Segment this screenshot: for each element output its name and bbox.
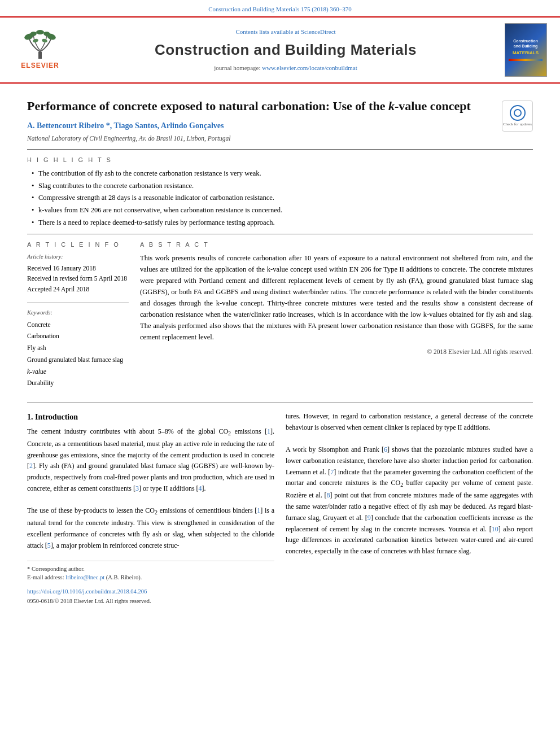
journal-header: ELSEVIER Contents lists available at Sci… xyxy=(0,16,560,84)
highlight-item: Slag contributes to the concrete carbona… xyxy=(32,181,533,191)
received-revised-date: Received in revised form 5 April 2018 xyxy=(27,273,129,283)
email-person: (A.B. Ribeiro). xyxy=(106,574,142,580)
keywords-label: Keywords: xyxy=(27,308,129,317)
doi-line: https://doi.org/10.1016/j.conbuildmat.20… xyxy=(27,586,274,597)
body-content: 1. Introduction The cement industry cont… xyxy=(27,411,533,605)
journal-cover: Construction and Building MATERIALS xyxy=(505,23,547,77)
title-italic: k xyxy=(388,99,395,113)
email-label: E-mail address: xyxy=(27,574,64,580)
keyword: Durability xyxy=(27,377,129,389)
cover-text-line1: Construction and Building xyxy=(513,38,538,49)
svg-point-6 xyxy=(32,38,38,42)
svg-point-5 xyxy=(36,30,44,34)
section1-title: 1. Introduction xyxy=(27,411,274,423)
cover-text-materials: MATERIALS xyxy=(513,50,539,56)
journal-citation: Construction and Building Materials 175 … xyxy=(0,0,560,16)
highlight-item: The contribution of fly ash to the concr… xyxy=(32,168,533,179)
journal-title: Construction and Building Materials xyxy=(155,39,417,61)
abstract-col: A B S T R A C T This work presents resul… xyxy=(140,240,533,397)
svg-rect-0 xyxy=(38,52,42,59)
keyword: Ground granulated blast furnace slag xyxy=(27,354,129,366)
journal-cover-container: Construction and Building MATERIALS xyxy=(500,23,551,77)
check-updates-label: Check for updates xyxy=(503,122,532,126)
issn-line: 0950-0618/© 2018 Elsevier Ltd. All right… xyxy=(27,597,274,606)
elsevier-logo-container: ELSEVIER xyxy=(9,23,71,77)
title-end: -value concept xyxy=(395,99,471,113)
abstract-divider xyxy=(27,403,533,403)
journal-homepage: journal homepage: www.elsevier.com/locat… xyxy=(214,63,357,73)
article-title-area: Performance of concrete exposed to natur… xyxy=(27,98,493,144)
highlight-item: k-values from EN 206 are not conservativ… xyxy=(32,205,533,216)
body-paragraph-2: The use of these by-products to lessen t… xyxy=(27,505,274,551)
authors: A. Bettencourt Ribeiro *, Tiago Santos, … xyxy=(27,120,493,132)
accepted-date: Accepted 24 April 2018 xyxy=(27,284,129,294)
highlights-section: H I G H L I G H T S The contribution of … xyxy=(27,155,533,228)
main-content: Performance of concrete exposed to natur… xyxy=(0,84,560,617)
keyword: Concrete xyxy=(27,319,129,331)
sciencedirect-label: Contents lists available at ScienceDirec… xyxy=(235,27,335,37)
homepage-label: journal homepage: xyxy=(214,64,262,71)
corresponding-author-note: * Corresponding author. xyxy=(27,565,274,574)
keywords-block: Keywords: Concrete Carbonation Fly ash G… xyxy=(27,308,129,389)
email-link[interactable]: lribeiro@lnec.pt xyxy=(65,574,104,580)
doi-link[interactable]: https://doi.org/10.1016/j.conbuildmat.20… xyxy=(27,588,147,595)
sciencedirect-link[interactable]: ScienceDirect xyxy=(301,28,336,35)
body-paragraph-1: The cement industry contributes with abo… xyxy=(27,426,274,495)
article-info-label: A R T I C L E I N F O xyxy=(27,240,129,250)
body-paragraph-4: A work by Sisomphon and Frank [6] shows … xyxy=(286,444,533,557)
check-updates-icon xyxy=(510,105,526,121)
body-col-right: tures. However, in regard to carbonation… xyxy=(286,411,533,605)
abstract-text: This work presents results of concrete c… xyxy=(140,252,533,343)
elsevier-tree-icon xyxy=(18,29,63,60)
elsevier-wordmark: ELSEVIER xyxy=(21,60,59,71)
article-info-abstract: A R T I C L E I N F O Article history: R… xyxy=(27,240,533,397)
title-plain: Performance of concrete exposed to natur… xyxy=(27,99,388,113)
keywords-list: Concrete Carbonation Fly ash Ground gran… xyxy=(27,319,129,389)
abstract-label: A B S T R A C T xyxy=(140,240,533,250)
page: Construction and Building Materials 175 … xyxy=(0,0,560,747)
body-paragraph-3: tures. However, in regard to carbonation… xyxy=(286,411,533,434)
info-divider xyxy=(27,302,129,303)
article-title: Performance of concrete exposed to natur… xyxy=(27,98,493,115)
highlight-item: Compressive strength at 28 days is a rea… xyxy=(32,193,533,203)
keyword: Fly ash xyxy=(27,342,129,354)
elsevier-logo: ELSEVIER xyxy=(18,29,63,71)
keyword: k-value xyxy=(27,366,129,378)
highlights-divider xyxy=(27,234,533,234)
journal-header-center: Contents lists available at ScienceDirec… xyxy=(78,23,493,77)
copyright-line: © 2018 Elsevier Ltd. All rights reserved… xyxy=(140,347,533,357)
body-col-left: 1. Introduction The cement industry cont… xyxy=(27,411,274,605)
highlight-item: There is a need to replace deemed-to-sat… xyxy=(32,217,533,228)
check-updates-inner-circle xyxy=(514,109,522,117)
highlights-label: H I G H L I G H T S xyxy=(27,155,533,165)
keyword: Carbonation xyxy=(27,330,129,342)
title-divider xyxy=(27,149,533,150)
journal-citation-text: Construction and Building Materials 175 … xyxy=(208,6,352,12)
article-info-col: A R T I C L E I N F O Article history: R… xyxy=(27,240,129,397)
email-line: E-mail address: lribeiro@lnec.pt (A.B. R… xyxy=(27,573,274,582)
check-updates-box: Check for updates xyxy=(502,101,533,132)
footnote-section: * Corresponding author. E-mail address: … xyxy=(27,561,274,606)
affiliation: National Laboratory of Civil Engineering… xyxy=(27,134,493,143)
article-history-block: Article history: Received 16 January 201… xyxy=(27,252,129,294)
homepage-url[interactable]: www.elsevier.com/locate/conbuildmat xyxy=(262,64,357,71)
cover-color-bar xyxy=(509,59,542,61)
history-label: Article history: xyxy=(27,252,129,261)
article-title-section: Performance of concrete exposed to natur… xyxy=(27,93,533,144)
highlights-list: The contribution of fly ash to the concr… xyxy=(27,168,533,228)
svg-point-7 xyxy=(41,38,47,42)
received-date: Received 16 January 2018 xyxy=(27,263,129,273)
